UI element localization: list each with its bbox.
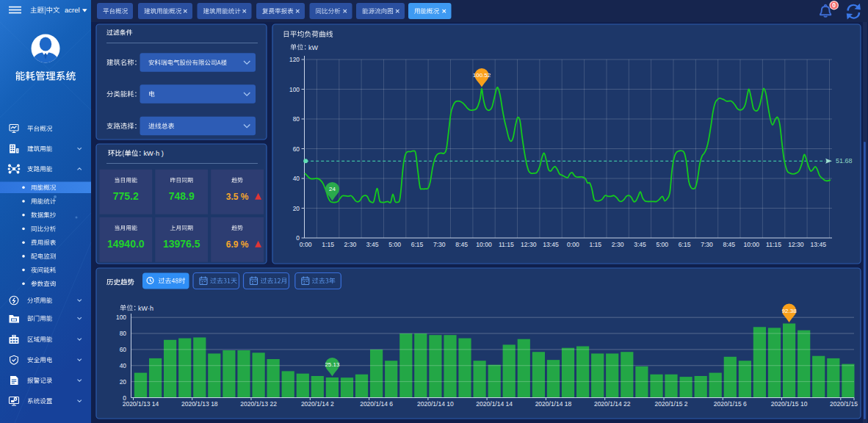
svg-text:2020/1/14 6: 2020/1/14 6 <box>360 400 393 408</box>
svg-text:13:45: 13:45 <box>810 241 826 248</box>
svg-text:2020/1/15 10: 2020/1/15 10 <box>771 400 808 408</box>
svg-text:20: 20 <box>120 378 127 386</box>
svg-text:14940.0: 14940.0 <box>107 238 145 250</box>
svg-text:40: 40 <box>293 175 300 182</box>
svg-text:80: 80 <box>293 115 300 123</box>
svg-text:60: 60 <box>120 346 127 353</box>
svg-text:0:00: 0:00 <box>567 241 579 248</box>
svg-text:2020/1/14 14: 2020/1/14 14 <box>476 400 513 408</box>
svg-text:10:00: 10:00 <box>743 241 759 248</box>
svg-text:2020/1/14 22: 2020/1/14 22 <box>594 400 631 408</box>
svg-text:0:00: 0:00 <box>300 241 312 248</box>
svg-text:100: 100 <box>116 314 126 321</box>
svg-text:11:15: 11:15 <box>499 241 514 248</box>
svg-text:2020/1/15 2: 2020/1/15 2 <box>655 400 688 408</box>
svg-text:24: 24 <box>329 186 336 192</box>
svg-text:2020/1/13 14: 2020/1/13 14 <box>123 400 159 408</box>
svg-text:775.2: 775.2 <box>113 190 139 202</box>
svg-text:acrel: acrel <box>65 6 80 14</box>
svg-text:3:45: 3:45 <box>366 241 379 248</box>
svg-text:1:15: 1:15 <box>589 241 601 248</box>
svg-text:6:15: 6:15 <box>679 241 691 248</box>
svg-text:2020/1/14 10: 2020/1/14 10 <box>417 400 454 408</box>
svg-text:3.5 %: 3.5 % <box>226 192 249 202</box>
svg-text:2020/1/13 18: 2020/1/13 18 <box>181 400 218 408</box>
svg-text:25.13: 25.13 <box>325 361 340 368</box>
svg-text:2020/1/13 22: 2020/1/13 22 <box>240 400 277 408</box>
svg-text:6.9 %: 6.9 % <box>226 239 249 250</box>
svg-text:1:15: 1:15 <box>322 241 334 248</box>
svg-text:92.38: 92.38 <box>782 308 798 314</box>
svg-text:2:30: 2:30 <box>612 241 624 248</box>
svg-text:5:00: 5:00 <box>388 241 401 248</box>
svg-text:2:30: 2:30 <box>344 241 357 248</box>
svg-text:11:15: 11:15 <box>766 241 781 248</box>
svg-text:13:45: 13:45 <box>543 241 559 248</box>
svg-text:51.68: 51.68 <box>836 157 853 164</box>
svg-text:6:15: 6:15 <box>411 241 424 248</box>
svg-text:7:30: 7:30 <box>701 241 713 248</box>
svg-text:kW·h: kW·h <box>138 305 153 312</box>
svg-text:kW·h ): kW·h ) <box>143 150 163 157</box>
svg-text:40: 40 <box>120 362 127 369</box>
svg-text:100.52: 100.52 <box>473 72 491 79</box>
svg-text:2020/1/14 18: 2020/1/14 18 <box>535 400 572 408</box>
svg-text:8:45: 8:45 <box>723 241 735 248</box>
svg-text:5:00: 5:00 <box>656 241 668 248</box>
svg-text:10:00: 10:00 <box>476 241 492 248</box>
svg-text:20: 20 <box>293 205 300 212</box>
svg-text:0: 0 <box>832 1 836 9</box>
svg-text:2020/1/14 2: 2020/1/14 2 <box>301 400 334 408</box>
svg-text:2020/1/15 6: 2020/1/15 6 <box>714 400 747 408</box>
svg-text:2020/1/15: 2020/1/15 <box>830 400 858 408</box>
svg-text:80: 80 <box>120 330 127 337</box>
svg-text:kW: kW <box>308 44 319 51</box>
svg-text:3:45: 3:45 <box>634 241 646 248</box>
svg-text:748.9: 748.9 <box>169 190 195 202</box>
svg-text:8:45: 8:45 <box>455 241 468 248</box>
svg-text:7:30: 7:30 <box>433 241 446 248</box>
svg-text:12:30: 12:30 <box>788 241 804 248</box>
svg-text:12:30: 12:30 <box>521 241 537 248</box>
svg-text:120: 120 <box>289 56 300 63</box>
svg-text:100: 100 <box>289 86 300 93</box>
svg-text:60: 60 <box>293 145 300 153</box>
svg-text:13976.5: 13976.5 <box>163 238 200 250</box>
